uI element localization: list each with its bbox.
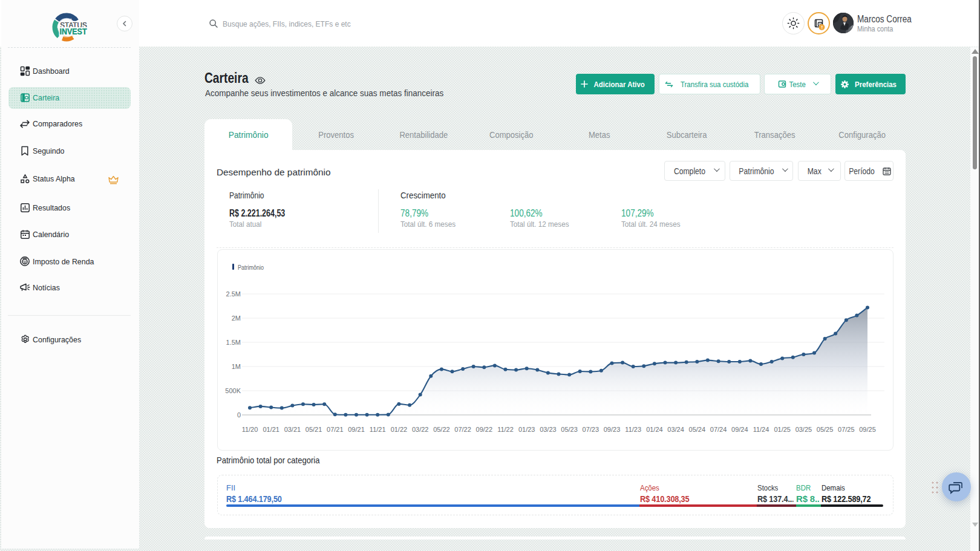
svg-text:07/23: 07/23 <box>583 426 599 433</box>
svg-text:09/22: 09/22 <box>476 426 493 433</box>
svg-text:09/23: 09/23 <box>604 426 621 433</box>
svg-text:01/24: 01/24 <box>646 426 663 433</box>
svg-text:11/21: 11/21 <box>370 426 386 433</box>
svg-text:07/21: 07/21 <box>327 426 344 433</box>
svg-text:07/22: 07/22 <box>454 426 471 433</box>
svg-text:1.5M: 1.5M <box>226 339 241 346</box>
svg-text:09/21: 09/21 <box>348 426 365 433</box>
svg-text:07/25: 07/25 <box>838 426 855 433</box>
svg-text:2.5M: 2.5M <box>226 290 241 298</box>
svg-text:03/24: 03/24 <box>667 426 684 433</box>
svg-text:11/24: 11/24 <box>753 426 769 433</box>
svg-text:01/23: 01/23 <box>518 426 535 433</box>
svg-text:0: 0 <box>237 411 241 419</box>
svg-text:03/21: 03/21 <box>284 426 301 433</box>
svg-text:05/24: 05/24 <box>689 426 706 433</box>
svg-text:INVEST: INVEST <box>60 27 87 36</box>
svg-text:11/23: 11/23 <box>625 426 641 433</box>
svg-text:11/20: 11/20 <box>242 426 258 433</box>
svg-text:05/23: 05/23 <box>561 426 578 433</box>
svg-text:1M: 1M <box>232 363 241 370</box>
svg-text:09/24: 09/24 <box>731 426 748 433</box>
svg-text:05/22: 05/22 <box>433 426 450 433</box>
svg-text:03/25: 03/25 <box>795 426 812 433</box>
svg-text:2M: 2M <box>232 315 241 322</box>
svg-text:05/25: 05/25 <box>817 426 834 433</box>
svg-text:01/22: 01/22 <box>391 426 408 433</box>
svg-text:05/21: 05/21 <box>305 426 322 433</box>
svg-text:03/23: 03/23 <box>540 426 557 433</box>
svg-text:01/25: 01/25 <box>774 426 791 433</box>
svg-text:500K: 500K <box>225 387 241 394</box>
svg-text:07/24: 07/24 <box>710 426 727 433</box>
svg-text:03/22: 03/22 <box>412 426 429 433</box>
svg-text:09/25: 09/25 <box>859 426 876 433</box>
svg-text:01/21: 01/21 <box>263 426 279 433</box>
svg-text:11/22: 11/22 <box>497 426 514 433</box>
